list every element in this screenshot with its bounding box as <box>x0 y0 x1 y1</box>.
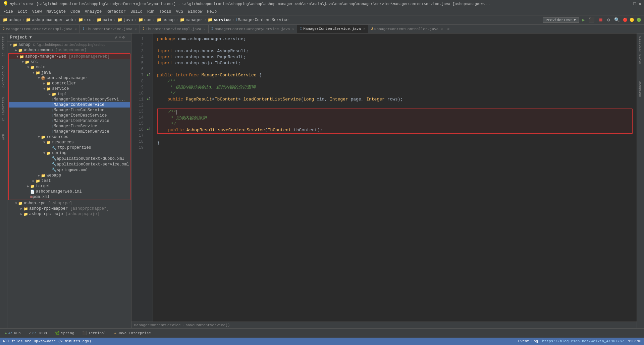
close-tab-3-icon[interactable]: ✕ <box>204 27 206 31</box>
tab-overflow-icon[interactable]: » <box>447 27 450 31</box>
menu-analyze[interactable]: Analyze <box>83 9 104 14</box>
tree-item-pom[interactable]: ▶ m pom.xml <box>9 194 130 200</box>
tree-item-ashop-rpc[interactable]: ▼ 📁 ashop-rpc [ashoprpc] <box>7 201 131 206</box>
close-tab-4-icon[interactable]: ✕ <box>292 27 294 31</box>
tree-item-manager-content-service[interactable]: ▶ Ⅰ ManagerContentService <box>9 102 130 108</box>
structure-strip-label[interactable]: Z-Structure <box>1 64 6 89</box>
tree-item-java[interactable]: ▼ 📁 java <box>9 70 130 75</box>
tree-item-manager-item-desc[interactable]: ▶ Ⅰ ManagerItemDescService <box>9 113 130 118</box>
tree-item-resources-sub[interactable]: ▼ 📁 resources <box>9 140 130 145</box>
bottom-tab-run[interactable]: ▶ 4: Run <box>3 330 23 336</box>
tree-item-controller[interactable]: ▶ 📁 controller <box>9 81 130 86</box>
tree-item-target[interactable]: ▶ 📁 target <box>9 184 130 189</box>
sync-icon[interactable]: ⇄ <box>115 35 117 40</box>
tree-item-service[interactable]: ▼ 📁 service <box>9 86 130 91</box>
close-tab-2-icon[interactable]: ✕ <box>135 27 137 31</box>
close-button[interactable]: ✕ <box>639 1 641 7</box>
bottom-tab-todo[interactable]: ✓ 6: TODO <box>27 330 49 336</box>
tree-item-resources[interactable]: ▼ 📁 resources <box>9 134 130 140</box>
menu-vcs[interactable]: VCS <box>174 9 185 14</box>
close-tab-5-icon[interactable]: ✕ <box>363 27 365 31</box>
bottom-tab-spring[interactable]: 🌿 Spring <box>53 330 76 336</box>
stop-button[interactable]: ⏹ <box>597 17 604 23</box>
tab-manager-content-category-service[interactable]: I ManagerContentCategoryService.java ✕ <box>209 25 297 33</box>
debug-button[interactable]: ⬛ <box>588 17 595 23</box>
tree-item-ashop-root[interactable]: ▼ 📁 ashop C:\githubRepositories\shopping… <box>7 42 131 48</box>
menu-run[interactable]: Run <box>145 9 157 14</box>
web-strip-label[interactable]: Web <box>1 133 6 141</box>
menu-refactor[interactable]: Refactor <box>104 9 128 14</box>
minimize-button[interactable]: — <box>628 1 631 7</box>
menu-window[interactable]: Window <box>186 9 204 14</box>
tab-manager-content-controller[interactable]: J ManagerContentController.java ✕ <box>368 25 446 33</box>
menu-file[interactable]: File <box>1 9 15 14</box>
sidebar-title: Project ▼ <box>10 35 32 40</box>
tree-item-app-context-dubbo[interactable]: ▶ 🔧 applicationContext-dubbo.xml <box>9 156 130 161</box>
nav-java[interactable]: 📁 java <box>117 17 133 22</box>
nav-manager-content-service[interactable]: Ⅰ ManagerContentService <box>236 18 288 22</box>
tree-item-manager-param-item[interactable]: ▶ Ⅰ ManagerParamItemService <box>9 129 130 134</box>
tab-manager-content-service[interactable]: I ManagerContentService.java ✕ <box>297 25 368 33</box>
code-content[interactable]: package com.ashop.manager.service; impor… <box>153 33 637 322</box>
nav-ashop2[interactable]: 📁 ashop <box>157 17 175 22</box>
tree-item-ashop-rpc-mapper[interactable]: ▶ 📁 ashop-rpc-mapper [ashoprpcmapper] <box>7 206 131 211</box>
tab-manager-item-cat-service-impl[interactable]: J ManagerItemCatServiceImpl.java ✕ <box>0 25 80 33</box>
tree-item-manager-item[interactable]: ▶ Ⅰ ManagerItemService <box>9 124 130 129</box>
tree-item-com-ashop-manager[interactable]: ▼ 📦 com.ashop.manager <box>9 75 130 81</box>
search-icon[interactable]: 🔍 <box>613 17 621 23</box>
tab-tb-content-service[interactable]: I TbContentService.java ✕ <box>80 25 140 33</box>
event-log-button[interactable]: Event Log <box>518 339 538 343</box>
settings-button[interactable]: ⚙ <box>606 17 611 23</box>
settings-icon[interactable]: ⚙ <box>122 35 125 40</box>
database-strip[interactable]: Database <box>638 80 643 98</box>
menu-edit[interactable]: Edit <box>16 9 30 14</box>
nav-service[interactable]: 📁 service <box>208 17 230 22</box>
hide-icon[interactable]: — <box>126 35 128 40</box>
bottom-tab-java-enterprise[interactable]: ☕ Java Enterprise <box>112 330 153 336</box>
tree-item-test[interactable]: ▶ 📁 test <box>9 178 130 184</box>
nav-com[interactable]: 📁 com <box>138 17 152 22</box>
bottom-tab-terminal[interactable]: ⬛ Terminal <box>80 330 108 336</box>
tree-item-ashop-common[interactable]: ▶ 📁 ashop-common [ashopcommon] <box>7 48 131 53</box>
run-button[interactable]: ▶ <box>581 17 586 23</box>
menu-help[interactable]: Help <box>205 9 219 14</box>
nav-ashop-manager-web[interactable]: 📁 ashop-manager-web <box>26 17 73 22</box>
run-config-dropdown[interactable]: ProviderTest ▼ <box>543 17 579 23</box>
favorites-strip-label[interactable]: 2: Favorites <box>1 96 6 123</box>
tree-item-ashop-manager-web-iml[interactable]: ▶ 📄 ashopmanagerweb.iml <box>9 189 130 194</box>
tree-item-src[interactable]: ▼ 📁 src <box>9 59 130 65</box>
code-container[interactable]: 1 2 3 4 5 6 7 8 9 10 11 12 13 14 15 16 1… <box>131 33 637 322</box>
nav-src[interactable]: 📁 src <box>78 17 92 22</box>
tab-tb-content-service-impl[interactable]: J TbContentServiceImpl.java ✕ <box>140 25 209 33</box>
tree-item-webapp[interactable]: ▶ 📁 webapp <box>9 173 130 178</box>
tree-item-manager-web[interactable]: ▼ 📁 ashop-manager-web [ashopmanagerweb] <box>9 54 130 59</box>
menu-tools[interactable]: Tools <box>157 9 173 14</box>
tree-item-spring[interactable]: ▼ 📁 spring <box>9 150 130 156</box>
nav-main[interactable]: 📁 main <box>97 17 112 22</box>
tree-item-manager-item-cat[interactable]: ▶ Ⅰ ManagerItemCatService <box>9 108 130 113</box>
nav-bar: 📁 ashop › 📁 ashop-manager-web › 📁 src › … <box>0 15 644 25</box>
nav-ashop[interactable]: 📁 ashop <box>3 17 21 22</box>
menu-navigate[interactable]: Navigate <box>44 9 68 14</box>
tree-item-app-context-service[interactable]: ▶ 🔧 applicationContext-service.xml <box>9 161 130 167</box>
menu-code[interactable]: Code <box>68 9 82 14</box>
maven-projects-strip[interactable]: Maven Projects <box>638 35 643 66</box>
folder-icon-manager-web: 📁 <box>19 55 24 59</box>
menu-view[interactable]: View <box>30 9 44 14</box>
nav-manager[interactable]: 📁 manager <box>180 17 203 22</box>
tree-item-impl[interactable]: ▶ 📁 impl <box>9 91 130 97</box>
title-bar: 💡 MybatisTest [C:\githubRepositories\sho… <box>0 0 644 8</box>
close-tab-6-icon[interactable]: ✕ <box>441 27 443 31</box>
tree-label-pom: pom.xml <box>33 195 49 199</box>
collapse-icon[interactable]: ≡ <box>118 35 121 40</box>
tree-item-springmvc[interactable]: ▶ 🔧 springmvc.xml <box>9 167 130 173</box>
tree-item-main[interactable]: ▼ 📁 main <box>9 65 130 70</box>
tree-item-manager-item-param[interactable]: ▶ Ⅰ ManagerItemParamService <box>9 118 130 124</box>
menu-build[interactable]: Build <box>128 9 145 14</box>
close-tab-icon[interactable]: ✕ <box>75 27 77 31</box>
tree-item-ftp-properties[interactable]: ▶ 🔧 ftp.properties <box>9 145 130 150</box>
tree-item-manager-content-cat-service[interactable]: ▶ Ⅰ ManagerContentCategoryServi... <box>9 97 130 102</box>
maximize-button[interactable]: □ <box>633 1 636 7</box>
tree-item-ashop-rpc-pojo[interactable]: ▶ 📁 ashop-rpc-pojo [ashoprpcpojo] <box>7 211 131 217</box>
project-strip-label[interactable]: 1: Project <box>1 35 6 58</box>
